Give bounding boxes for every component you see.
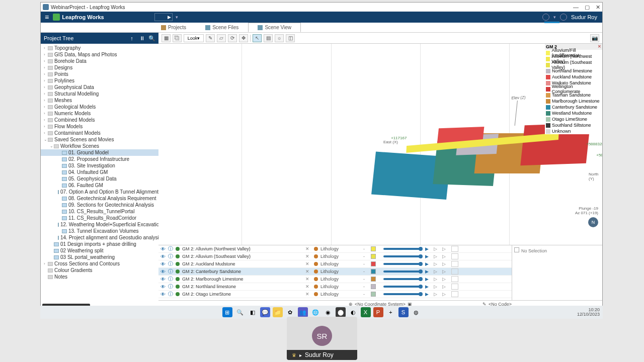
layer-settings-icon[interactable] (451, 284, 458, 290)
taskbar-leapfrog-icon[interactable]: ◍ (411, 307, 421, 317)
play-solid-icon[interactable]: ▶ (424, 246, 430, 251)
remove-icon[interactable]: ✕ (305, 254, 311, 259)
play-control[interactable]: ▶ (154, 13, 173, 21)
play-outline-icon[interactable]: ▷ (432, 254, 438, 259)
play-solid-icon[interactable]: ▶ (424, 284, 430, 289)
play-skip-icon[interactable]: ▷ (441, 277, 447, 282)
tree-node[interactable]: ›GIS Data, Maps and Photos (41, 51, 158, 58)
taskbar-edge-icon[interactable]: 🌐 (310, 307, 320, 317)
play-skip-icon[interactable]: ▷ (441, 269, 447, 274)
tree-node[interactable]: 09. Sections for Geotechnical Analysis (41, 202, 158, 208)
user-name[interactable]: Sudur Roy (571, 14, 597, 20)
tree-node[interactable]: 04. Unfaulted GM (41, 169, 158, 175)
taskbar-app2-icon[interactable]: ⬤ (336, 307, 346, 317)
info-icon[interactable]: ⓘ (168, 253, 173, 260)
windows-start-icon[interactable]: ⊞ (222, 307, 232, 317)
tree-node[interactable]: ›Numeric Models (41, 110, 158, 117)
remove-icon[interactable]: ✕ (305, 277, 311, 282)
visibility-icon[interactable]: 👁 (160, 277, 166, 282)
layer-settings-icon[interactable] (451, 291, 458, 297)
tree-node[interactable]: ⌄Workflow Scenes (41, 143, 158, 149)
tree-node[interactable]: 01. Ground Model (41, 149, 158, 156)
play-dropdown-icon[interactable]: ▾ (176, 15, 178, 20)
layer-settings-icon[interactable] (451, 276, 458, 282)
presenter-video[interactable]: SR ♛ ▸ Sudur Roy (287, 317, 357, 360)
tree-node[interactable]: ›Points (41, 71, 158, 77)
play-outline-icon[interactable]: ▷ (432, 277, 438, 282)
tool-target[interactable]: ☼ (275, 34, 284, 42)
tree-node[interactable]: ›Borehole Data (41, 58, 158, 64)
tree-pause-icon[interactable]: ⏸ (138, 35, 145, 42)
layer-row[interactable]: 👁 ⓘ GM 2: Marlborough Limestone ✕ Lithol… (158, 276, 512, 283)
tree-node[interactable]: ›Cross Sections and Contours (41, 260, 158, 267)
remove-icon[interactable]: ✕ (305, 261, 311, 266)
hamburger-menu[interactable]: ≡ (41, 13, 53, 21)
visibility-icon[interactable]: 👁 (160, 269, 166, 275)
tree-node[interactable]: 05. Geophysical Data (41, 175, 158, 182)
tree-node[interactable]: 02. Proposed Infrastructure (41, 156, 158, 162)
visibility-icon[interactable]: 👁 (160, 254, 166, 259)
tree-node[interactable]: 07. Option A and Option B Tunnel Alignme… (41, 189, 158, 195)
opacity-slider[interactable] (383, 248, 421, 250)
tool-slice[interactable]: ◫ (286, 34, 295, 42)
tree-node[interactable]: ›Designs (41, 64, 158, 71)
tool-copy[interactable]: ⿻ (173, 34, 182, 42)
tool-cursor[interactable]: ↖ (253, 34, 262, 42)
opacity-slider[interactable] (383, 255, 421, 257)
layer-row[interactable]: 👁 ⓘ GM 2: Otago LimeStone ✕ Lithology - … (158, 291, 512, 298)
tree-up-icon[interactable]: ↑ (128, 35, 135, 42)
tool-pan[interactable]: ✥ (239, 34, 248, 42)
tree-node[interactable]: 03. Site Investigation (41, 162, 158, 169)
visibility-icon[interactable]: 👁 (160, 246, 166, 252)
tree-node[interactable]: ›Flow Models (41, 123, 158, 130)
play-solid-icon[interactable]: ▶ (424, 269, 430, 274)
tree-node[interactable]: 10. CS_Results_TunnelPortal (41, 208, 158, 215)
remove-icon[interactable]: ✕ (305, 292, 311, 297)
remove-icon[interactable]: ✕ (305, 284, 311, 289)
layer-settings-icon[interactable] (451, 268, 458, 275)
play-solid-icon[interactable]: ▶ (424, 277, 430, 282)
info-icon[interactable]: ⓘ (168, 260, 173, 267)
taskbar-chrome-icon[interactable]: ◉ (323, 307, 333, 317)
play-skip-icon[interactable]: ▷ (441, 284, 447, 289)
scene-viewport[interactable]: Elev (Z) East (X) +117167 North (Y) +585… (158, 44, 602, 245)
remove-icon[interactable]: ✕ (305, 269, 311, 274)
tree-node[interactable]: Colour Gradients (41, 267, 158, 274)
tab-projects[interactable]: Projects (151, 23, 196, 32)
opacity-slider[interactable] (383, 278, 421, 280)
tab-scene-files[interactable]: Scene Files (196, 23, 248, 32)
user-icon[interactable] (560, 14, 567, 21)
tool-pencil[interactable]: ✎ (206, 34, 215, 42)
opacity-slider[interactable] (383, 263, 421, 265)
layer-settings-icon[interactable] (451, 246, 458, 252)
tab-scene-view[interactable]: Scene View (248, 23, 301, 32)
tree-node[interactable]: 02 Weathering split (41, 247, 158, 254)
tree-node[interactable]: ⌄Saved Scenes and Movies (41, 136, 158, 143)
layer-settings-icon[interactable] (451, 253, 458, 259)
tree-node[interactable]: ›Structural Modelling (41, 90, 158, 97)
opacity-slider[interactable] (383, 293, 421, 295)
project-tree[interactable]: ›Topography›GIS Data, Maps and Photos›Bo… (41, 44, 158, 314)
look-dropdown[interactable]: Look ▾ (184, 34, 204, 42)
play-outline-icon[interactable]: ▷ (432, 269, 438, 274)
taskbar-search-icon[interactable]: 🔍 (235, 307, 245, 317)
taskbar-app4-icon[interactable]: + (386, 307, 396, 317)
taskbar-app5-icon[interactable]: S (398, 307, 409, 317)
taskbar-app3-icon[interactable]: ◐ (348, 307, 358, 317)
colour-swatch[interactable] (371, 246, 376, 251)
taskbar-chat-icon[interactable]: 💬 (260, 307, 270, 317)
tool-screenshot[interactable]: ▦ (162, 34, 171, 42)
info-icon[interactable]: ⓘ (168, 276, 173, 283)
tree-search-icon[interactable]: 🔍 (148, 35, 155, 42)
layer-settings-icon[interactable] (451, 261, 458, 267)
layer-row[interactable]: 👁 ⓘ GM 2: Alluvium (Southeast Valley) ✕ … (158, 253, 512, 260)
tree-node[interactable]: ›Geological Models (41, 104, 158, 110)
tool-rotate[interactable]: ⟳ (228, 34, 237, 42)
play-outline-icon[interactable]: ▷ (432, 246, 438, 251)
tree-node[interactable]: Notes (41, 274, 158, 280)
colour-swatch[interactable] (371, 261, 376, 266)
colour-swatch[interactable] (371, 284, 376, 289)
play-solid-icon[interactable]: ▶ (424, 254, 430, 259)
play-skip-icon[interactable]: ▷ (441, 246, 447, 251)
maximize-button[interactable]: ▢ (585, 4, 590, 11)
